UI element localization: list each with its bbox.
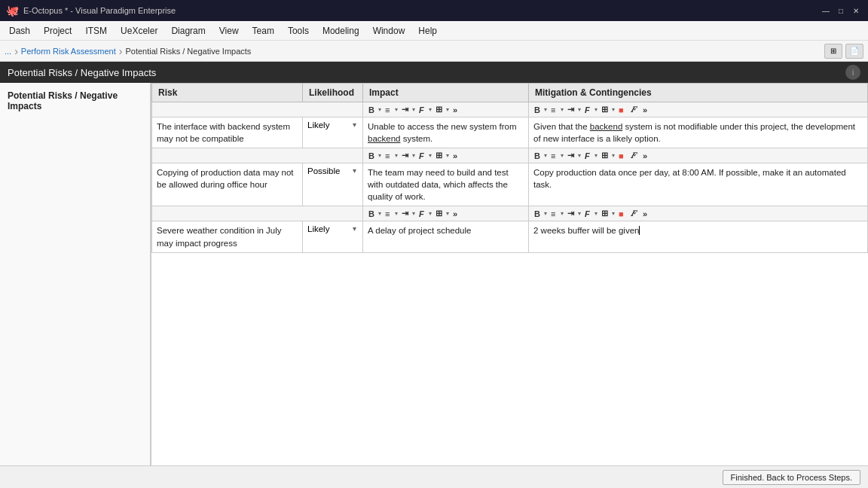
indent-btn[interactable]: ⇥ (399, 104, 411, 115)
expand-btn-1[interactable]: ▾ (350, 120, 358, 129)
mitigation-content-3: 2 weeks buffer will be given (533, 224, 863, 236)
backend-link-m1: backend (590, 122, 622, 131)
impact-toolbar-3: B▾ ≡▾ ⇥▾ F▾ ⊞▾ » (366, 208, 525, 219)
italic-btn-m1[interactable]: 𝐹 (628, 104, 639, 115)
indent-btn-m3[interactable]: ⇥ (565, 208, 576, 219)
mitigation-toolbar-1: B▾ ≡▾ ⇥▾ F▾ ⊞▾ ■ 𝐹 » (532, 104, 864, 115)
indent-btn-m2[interactable]: ⇥ (565, 150, 576, 161)
close-button[interactable]: ✕ (850, 5, 862, 17)
bold-btn-m2[interactable]: B (532, 151, 542, 161)
italic-btn-m2[interactable]: 𝐹 (628, 150, 639, 161)
indent-btn-m1[interactable]: ⇥ (565, 104, 576, 115)
more-btn[interactable]: » (451, 105, 461, 115)
menu-modeling[interactable]: Modeling (316, 24, 365, 38)
menu-itsm[interactable]: ITSM (79, 24, 113, 38)
font-btn-m3[interactable]: F (582, 209, 593, 219)
bold-btn-m1[interactable]: B (532, 105, 542, 115)
align-btn-m3[interactable]: ≡ (549, 209, 559, 219)
table-btn-i3[interactable]: ⊞ (433, 208, 445, 219)
font-btn-m2[interactable]: F (582, 151, 593, 161)
align-btn-m2[interactable]: ≡ (549, 151, 559, 161)
menu-view[interactable]: View (213, 24, 245, 38)
menu-window[interactable]: Window (367, 24, 411, 38)
breadcrumb-perform-risk[interactable]: Perform Risk Assessment (21, 47, 116, 56)
table-row-2-toolbar: B▾ ≡▾ ⇥▾ F▾ ⊞▾ » B▾ ≡▾ ⇥▾ (152, 148, 868, 163)
indent-btn-i2[interactable]: ⇥ (399, 150, 411, 161)
more-btn-i2[interactable]: » (451, 151, 461, 161)
backend-link-1: backend (368, 134, 400, 143)
font-btn-i3[interactable]: F (417, 209, 427, 219)
table-row-3: Severe weather condition in July may imp… (152, 221, 868, 252)
more-btn-i3[interactable]: » (451, 209, 461, 219)
menu-dash[interactable]: Dash (3, 24, 36, 38)
window-controls[interactable]: — □ ✕ (820, 5, 862, 17)
menu-team[interactable]: Team (246, 24, 280, 38)
panel-info-icon[interactable]: i (845, 65, 860, 80)
risk-cell-1: The interface with backend system may no… (152, 117, 303, 148)
col-impact: Impact (363, 84, 529, 102)
breadcrumb-grid-icon[interactable]: ⊞ (824, 44, 842, 59)
app-icon: 🐙 (6, 5, 19, 17)
risk-text-2: Copying of production data may not be al… (157, 168, 294, 189)
bold-btn-m3[interactable]: B (532, 209, 542, 219)
italic-btn-m3[interactable]: 𝐹 (628, 208, 639, 219)
menu-uexceler[interactable]: UeXceler (115, 24, 164, 38)
indent-btn-i3[interactable]: ⇥ (399, 208, 411, 219)
mitigation-content-1: Given that the backend system is not mod… (533, 120, 863, 145)
left-panel-title: Potential Risks / Negative Impacts (8, 90, 118, 111)
breadcrumb-current: Potential Risks / Negative Impacts (125, 47, 251, 56)
breadcrumb-dots[interactable]: ... (5, 47, 11, 56)
maximize-button[interactable]: □ (835, 5, 847, 17)
breadcrumb-action-icons: ⊞ 📄 (824, 44, 863, 59)
impact-toolbar-2: B▾ ≡▾ ⇥▾ F▾ ⊞▾ » (366, 150, 525, 161)
table-btn[interactable]: ⊞ (433, 104, 445, 115)
likelihood-cell-1: Likely ▾ (303, 117, 363, 148)
menu-diagram[interactable]: Diagram (165, 24, 211, 38)
bold-btn-i2[interactable]: B (366, 151, 377, 161)
color-btn-m2[interactable]: ■ (616, 151, 627, 161)
align-btn-m1[interactable]: ≡ (549, 105, 559, 115)
mitigation-cell-2[interactable]: Copy production data once per day, at 8:… (529, 163, 868, 206)
table-btn-m3[interactable]: ⊞ (599, 208, 610, 219)
risks-table: Risk Likelihood Impact Mitigation & Cont… (151, 83, 868, 253)
align-btn-i3[interactable]: ≡ (383, 209, 393, 219)
mitigation-cell-3[interactable]: 2 weeks buffer will be given (529, 221, 868, 252)
likelihood-cell-2: Possible ▾ (303, 163, 363, 206)
col-mitigation: Mitigation & Contingencies (529, 84, 868, 102)
expand-btn-2[interactable]: ▾ (350, 166, 358, 175)
impact-content-1: Unable to access the new system from bac… (368, 120, 524, 145)
more-btn-m3[interactable]: » (640, 209, 651, 219)
finished-button[interactable]: Finished. Back to Process Steps. (723, 470, 860, 485)
main-content: Potential Risks / Negative Impacts Risk … (0, 83, 868, 465)
impact-cell-2[interactable]: The team may need to build and test with… (363, 163, 529, 206)
mitigation-toolbar-2: B▾ ≡▾ ⇥▾ F▾ ⊞▾ ■ 𝐹 » (532, 150, 864, 161)
left-panel: Potential Risks / Negative Impacts (0, 83, 151, 465)
menu-tools[interactable]: Tools (282, 24, 315, 38)
color-btn-m1[interactable]: ■ (616, 105, 627, 115)
align-btn[interactable]: ≡ (383, 105, 393, 115)
font-btn-m1[interactable]: F (582, 105, 593, 115)
align-btn-i2[interactable]: ≡ (383, 151, 393, 161)
table-btn-m1[interactable]: ⊞ (599, 104, 610, 115)
font-btn[interactable]: F (417, 105, 427, 115)
breadcrumb: ... › Perform Risk Assessment › Potentia… (0, 41, 868, 62)
bold-btn-i3[interactable]: B (366, 209, 377, 219)
expand-btn-3[interactable]: ▾ (350, 224, 358, 233)
more-btn-m1[interactable]: » (640, 105, 651, 115)
table-btn-m2[interactable]: ⊞ (599, 150, 610, 161)
table-btn-i2[interactable]: ⊞ (433, 150, 445, 161)
mitigation-cell-1[interactable]: Given that the backend system is not mod… (529, 117, 868, 148)
minimize-button[interactable]: — (820, 5, 832, 17)
breadcrumb-doc-icon[interactable]: 📄 (845, 44, 863, 59)
impact-cell-3[interactable]: A delay of project schedule (363, 221, 529, 252)
impact-cell-1[interactable]: Unable to access the new system from bac… (363, 117, 529, 148)
more-btn-m2[interactable]: » (640, 151, 651, 161)
panel-header: Potential Risks / Negative Impacts i (0, 62, 868, 83)
menu-project[interactable]: Project (38, 24, 78, 38)
menu-help[interactable]: Help (412, 24, 443, 38)
col-likelihood: Likelihood (303, 84, 363, 102)
color-btn-m3[interactable]: ■ (616, 209, 627, 219)
bold-btn[interactable]: B (366, 105, 377, 115)
font-btn-i2[interactable]: F (417, 151, 427, 161)
likelihood-text-1: Likely (307, 120, 329, 130)
